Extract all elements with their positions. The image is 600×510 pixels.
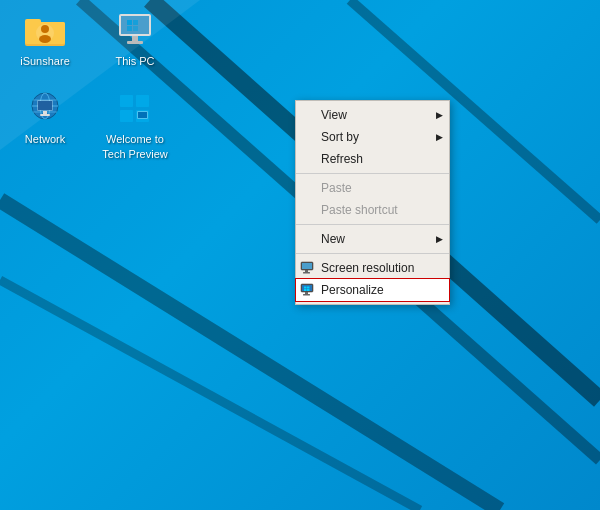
- svg-rect-16: [127, 20, 132, 25]
- screen-resolution-icon: [300, 260, 316, 276]
- icon-welcome[interactable]: Welcome to Tech Preview: [100, 88, 170, 161]
- svg-rect-28: [40, 114, 50, 116]
- svg-rect-14: [132, 36, 138, 41]
- menu-item-new-label: New: [321, 232, 345, 246]
- svg-rect-43: [304, 289, 307, 291]
- menu-item-personalize[interactable]: Personalize: [296, 279, 449, 301]
- svg-rect-36: [302, 263, 312, 269]
- icon-network-image: [25, 88, 65, 128]
- svg-rect-37: [305, 270, 308, 272]
- menu-item-new[interactable]: New: [296, 228, 449, 250]
- menu-item-screen-resolution-label: Screen resolution: [321, 261, 414, 275]
- svg-rect-45: [305, 292, 308, 294]
- menu-item-view[interactable]: View: [296, 104, 449, 126]
- icon-network-label: Network: [25, 132, 65, 146]
- menu-item-refresh[interactable]: Refresh: [296, 148, 449, 170]
- icon-this-pc-image: [115, 10, 155, 50]
- svg-rect-46: [303, 294, 310, 296]
- context-menu: View Sort by Refresh Paste Paste shortcu…: [295, 100, 450, 305]
- desktop-icons: iSunshare: [10, 10, 170, 161]
- menu-item-sort-by-label: Sort by: [321, 130, 359, 144]
- svg-rect-26: [38, 101, 52, 110]
- icon-this-pc[interactable]: This PC: [100, 10, 170, 68]
- svg-rect-8: [25, 19, 41, 25]
- personalize-icon: [300, 282, 316, 298]
- svg-line-4: [0, 280, 420, 510]
- menu-item-refresh-label: Refresh: [321, 152, 363, 166]
- menu-separator-2: [296, 224, 449, 225]
- svg-point-11: [39, 35, 51, 43]
- svg-rect-18: [127, 26, 132, 31]
- desktop[interactable]: iSunshare: [0, 0, 600, 510]
- svg-rect-15: [127, 41, 143, 44]
- icon-network[interactable]: Network: [10, 88, 80, 161]
- icon-this-pc-label: This PC: [115, 54, 154, 68]
- svg-rect-29: [120, 95, 133, 107]
- icon-isunshare-label: iSunshare: [20, 54, 70, 68]
- svg-rect-38: [303, 272, 310, 274]
- menu-item-paste-shortcut-label: Paste shortcut: [321, 203, 398, 217]
- svg-rect-31: [120, 110, 133, 122]
- svg-rect-30: [136, 95, 149, 107]
- svg-rect-44: [307, 289, 310, 291]
- menu-item-paste[interactable]: Paste: [296, 177, 449, 199]
- svg-rect-41: [304, 287, 307, 289]
- svg-rect-34: [138, 112, 147, 118]
- icon-isunshare-image: [25, 10, 65, 50]
- menu-item-paste-shortcut[interactable]: Paste shortcut: [296, 199, 449, 221]
- icon-isunshare[interactable]: iSunshare: [10, 10, 80, 68]
- menu-item-sort-by[interactable]: Sort by: [296, 126, 449, 148]
- svg-point-10: [41, 25, 49, 33]
- svg-rect-27: [43, 111, 47, 114]
- menu-item-personalize-label: Personalize: [321, 283, 384, 297]
- menu-item-view-label: View: [321, 108, 347, 122]
- menu-item-screen-resolution[interactable]: Screen resolution: [296, 257, 449, 279]
- svg-rect-19: [133, 26, 138, 31]
- svg-rect-17: [133, 20, 138, 25]
- icon-welcome-image: [115, 88, 155, 128]
- menu-separator-3: [296, 253, 449, 254]
- icon-welcome-label: Welcome to Tech Preview: [102, 132, 167, 161]
- svg-rect-42: [307, 287, 310, 289]
- menu-item-paste-label: Paste: [321, 181, 352, 195]
- menu-separator-1: [296, 173, 449, 174]
